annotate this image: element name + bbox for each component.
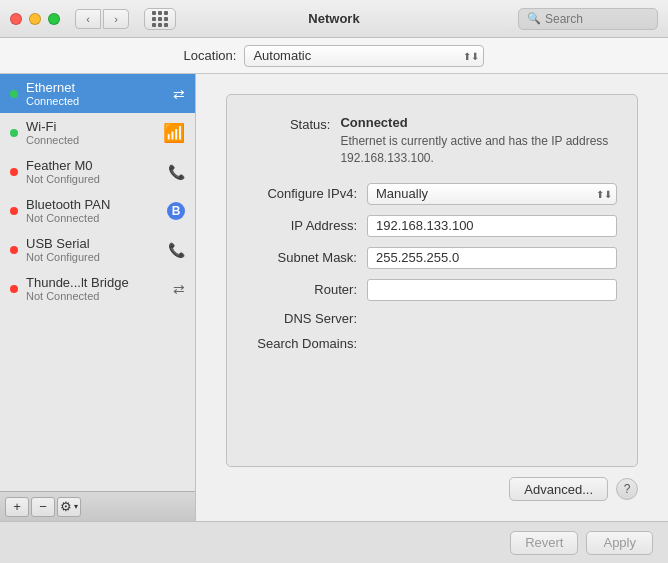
status-info: Connected Ethernet is currently active a… bbox=[340, 115, 617, 167]
location-bar: Location: Automatic ⬆⬇ bbox=[0, 38, 668, 74]
add-network-button[interactable]: + bbox=[5, 497, 29, 517]
arrows-icon-thunderbolt: ⇄ bbox=[173, 281, 185, 297]
sidebar-toolbar: + − ⚙ ▾ bbox=[0, 491, 195, 521]
gear-icon: ⚙ bbox=[60, 499, 72, 514]
search-icon: 🔍 bbox=[527, 12, 541, 25]
status-desc: Ethernet is currently active and has the… bbox=[340, 133, 617, 167]
item-text-thunderbolt: Thunde...lt Bridge Not Connected bbox=[26, 275, 168, 302]
help-button[interactable]: ? bbox=[616, 478, 638, 500]
item-text-bluetooth: Bluetooth PAN Not Connected bbox=[26, 197, 167, 224]
dns-row: DNS Server: bbox=[247, 311, 617, 326]
wifi-icon: 📶 bbox=[163, 122, 185, 144]
item-text-wifi: Wi-Fi Connected bbox=[26, 119, 158, 146]
detail-inner: Status: Connected Ethernet is currently … bbox=[226, 94, 638, 467]
titlebar: ‹ › Network 🔍 bbox=[0, 0, 668, 38]
status-dot-bluetooth bbox=[10, 207, 18, 215]
item-name-thunderbolt: Thunde...lt Bridge bbox=[26, 275, 168, 290]
status-field-label: Status: bbox=[247, 115, 340, 132]
status-dot-usbserial bbox=[10, 246, 18, 254]
ip-address-control bbox=[367, 215, 617, 237]
ipv4-label: Configure IPv4: bbox=[247, 186, 367, 201]
status-value: Connected bbox=[340, 115, 617, 130]
sidebar-list: Ethernet Connected ⇄ Wi-Fi Connected 📶 F… bbox=[0, 74, 195, 491]
grid-icon bbox=[152, 11, 168, 27]
item-name-usbserial: USB Serial bbox=[26, 236, 163, 251]
search-domains-row: Search Domains: bbox=[247, 336, 617, 351]
item-status-usbserial: Not Configured bbox=[26, 251, 163, 263]
forward-button[interactable]: › bbox=[103, 9, 129, 29]
phone-icon-usb: 📞 bbox=[168, 242, 185, 258]
search-box[interactable]: 🔍 bbox=[518, 8, 658, 30]
subnet-row: Subnet Mask: bbox=[247, 247, 617, 269]
revert-button[interactable]: Revert bbox=[510, 531, 578, 555]
sidebar-item-thunderbolt[interactable]: Thunde...lt Bridge Not Connected ⇄ bbox=[0, 269, 195, 308]
sidebar-item-wifi[interactable]: Wi-Fi Connected 📶 bbox=[0, 113, 195, 152]
item-text-ethernet: Ethernet Connected bbox=[26, 80, 168, 107]
status-dot-wifi bbox=[10, 129, 18, 137]
search-domains-label: Search Domains: bbox=[247, 336, 367, 351]
router-input[interactable] bbox=[367, 279, 617, 301]
sidebar-item-ethernet[interactable]: Ethernet Connected ⇄ bbox=[0, 74, 195, 113]
gear-arrow-icon: ▾ bbox=[74, 502, 78, 511]
item-status-wifi: Connected bbox=[26, 134, 158, 146]
subnet-control bbox=[367, 247, 617, 269]
bluetooth-icon: B bbox=[167, 202, 185, 220]
advanced-button[interactable]: Advanced... bbox=[509, 477, 608, 501]
ipv4-row: Configure IPv4: Manually Using DHCP Usin… bbox=[247, 183, 617, 205]
ipv4-select-wrapper: Manually Using DHCP Using DHCP with Manu… bbox=[367, 183, 617, 205]
sidebar: Ethernet Connected ⇄ Wi-Fi Connected 📶 F… bbox=[0, 74, 196, 521]
traffic-lights bbox=[10, 13, 60, 25]
close-button[interactable] bbox=[10, 13, 22, 25]
item-name-wifi: Wi-Fi bbox=[26, 119, 158, 134]
ip-address-row: IP Address: bbox=[247, 215, 617, 237]
location-label: Location: bbox=[184, 48, 237, 63]
location-select-wrapper: Automatic ⬆⬇ bbox=[244, 45, 484, 67]
gear-button[interactable]: ⚙ ▾ bbox=[57, 497, 81, 517]
dns-label: DNS Server: bbox=[247, 311, 367, 326]
item-name-bluetooth: Bluetooth PAN bbox=[26, 197, 167, 212]
item-name-ethernet: Ethernet bbox=[26, 80, 168, 95]
item-status-bluetooth: Not Connected bbox=[26, 212, 167, 224]
ipv4-select[interactable]: Manually Using DHCP Using DHCP with Manu… bbox=[367, 183, 617, 205]
status-dot-ethernet bbox=[10, 90, 18, 98]
window-title: Network bbox=[308, 11, 359, 26]
back-button[interactable]: ‹ bbox=[75, 9, 101, 29]
location-select[interactable]: Automatic bbox=[244, 45, 484, 67]
sidebar-item-bluetooth[interactable]: Bluetooth PAN Not Connected B bbox=[0, 191, 195, 230]
item-text-feather: Feather M0 Not Configured bbox=[26, 158, 163, 185]
main-content: Ethernet Connected ⇄ Wi-Fi Connected 📶 F… bbox=[0, 74, 668, 521]
router-row: Router: bbox=[247, 279, 617, 301]
detail-panel: Status: Connected Ethernet is currently … bbox=[196, 74, 668, 521]
apply-button[interactable]: Apply bbox=[586, 531, 653, 555]
nav-buttons: ‹ › bbox=[75, 9, 129, 29]
item-status-ethernet: Connected bbox=[26, 95, 168, 107]
apps-button[interactable] bbox=[144, 8, 176, 30]
subnet-label: Subnet Mask: bbox=[247, 250, 367, 265]
sidebar-item-usbserial[interactable]: USB Serial Not Configured 📞 bbox=[0, 230, 195, 269]
item-name-feather: Feather M0 bbox=[26, 158, 163, 173]
minimize-button[interactable] bbox=[29, 13, 41, 25]
subnet-input[interactable] bbox=[367, 247, 617, 269]
router-label: Router: bbox=[247, 282, 367, 297]
status-row: Status: Connected Ethernet is currently … bbox=[247, 115, 617, 167]
status-dot-feather bbox=[10, 168, 18, 176]
item-status-feather: Not Configured bbox=[26, 173, 163, 185]
remove-network-button[interactable]: − bbox=[31, 497, 55, 517]
ipv4-control: Manually Using DHCP Using DHCP with Manu… bbox=[367, 183, 617, 205]
detail-actions: Advanced... ? bbox=[226, 477, 638, 501]
status-dot-thunderbolt bbox=[10, 285, 18, 293]
ip-address-label: IP Address: bbox=[247, 218, 367, 233]
item-text-usbserial: USB Serial Not Configured bbox=[26, 236, 163, 263]
router-control bbox=[367, 279, 617, 301]
phone-icon-feather: 📞 bbox=[168, 164, 185, 180]
search-input[interactable] bbox=[545, 12, 649, 26]
item-status-thunderbolt: Not Connected bbox=[26, 290, 168, 302]
arrows-icon-ethernet: ⇄ bbox=[173, 86, 185, 102]
maximize-button[interactable] bbox=[48, 13, 60, 25]
sidebar-item-feather[interactable]: Feather M0 Not Configured 📞 bbox=[0, 152, 195, 191]
bottom-right: Revert Apply bbox=[510, 531, 653, 555]
bottom-bar: Revert Apply bbox=[0, 521, 668, 563]
ip-address-input[interactable] bbox=[367, 215, 617, 237]
